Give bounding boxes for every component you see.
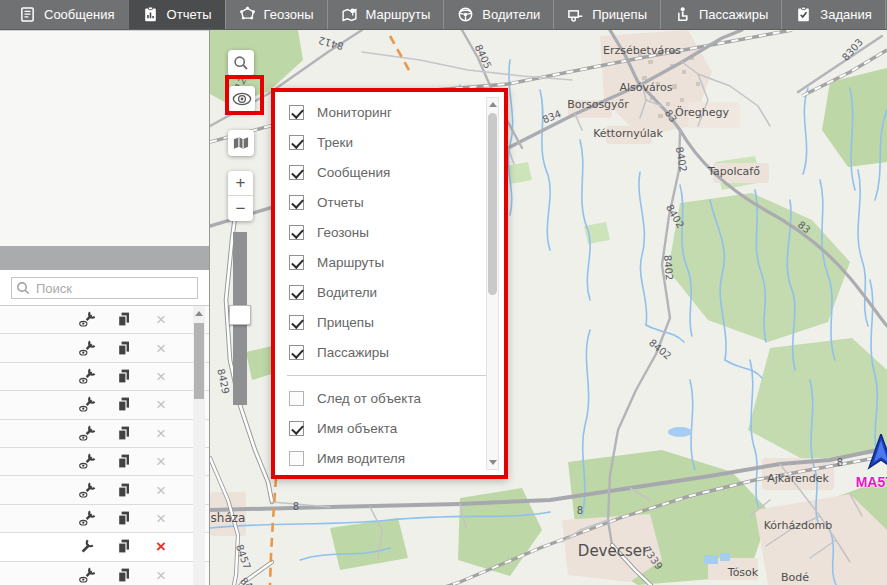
- row-edit-button[interactable]: [77, 480, 97, 500]
- row-edit-button[interactable]: [77, 537, 97, 557]
- scrollbar-thumb[interactable]: [488, 113, 497, 295]
- wrench-eye-icon: [78, 311, 97, 328]
- row-delete-button[interactable]: ×: [151, 366, 171, 386]
- scrollbar-thumb[interactable]: [194, 323, 204, 399]
- list-row[interactable]: ×: [0, 533, 209, 561]
- checkbox-unchecked[interactable]: [289, 451, 304, 466]
- tab-trailers[interactable]: Прицепы: [553, 0, 660, 29]
- zoom-in-button[interactable]: +: [228, 171, 253, 196]
- list-row[interactable]: ×: [0, 420, 209, 448]
- layer-item[interactable]: Треки: [275, 127, 504, 157]
- layer-item[interactable]: Пассажиры: [275, 337, 504, 367]
- list-row[interactable]: ×: [0, 334, 209, 362]
- layer-item[interactable]: Отчеты: [275, 187, 504, 217]
- row-delete-button[interactable]: ×: [151, 423, 171, 443]
- search-input[interactable]: [11, 277, 198, 299]
- row-edit-button[interactable]: [77, 310, 97, 330]
- checkbox-checked[interactable]: [289, 225, 304, 240]
- list-row[interactable]: ×: [0, 363, 209, 391]
- tab-label: Маршруты: [366, 7, 431, 22]
- layer-item[interactable]: [275, 473, 504, 475]
- checkbox-checked[interactable]: [289, 255, 304, 270]
- row-edit-button[interactable]: [77, 565, 97, 585]
- checkbox-checked[interactable]: [289, 315, 304, 330]
- sidebar-scrollbar[interactable]: [193, 306, 205, 585]
- checkbox-checked[interactable]: [289, 105, 304, 120]
- sidebar-divider-band: [0, 246, 209, 270]
- tab-geofences[interactable]: Геозоны: [225, 0, 327, 29]
- tab-drivers[interactable]: Водители: [443, 0, 553, 29]
- checkbox-unchecked[interactable]: [289, 391, 304, 406]
- row-delete-button[interactable]: ×: [151, 565, 171, 585]
- row-delete-button[interactable]: ×: [151, 508, 171, 528]
- checkbox-checked[interactable]: [289, 165, 304, 180]
- layer-item[interactable]: След от объекта: [275, 383, 504, 413]
- row-copy-button[interactable]: [114, 508, 134, 528]
- row-copy-button[interactable]: [114, 338, 134, 358]
- row-copy-button[interactable]: [114, 537, 134, 557]
- zoom-slider-thumb[interactable]: [229, 305, 251, 325]
- map-place-label: Kéttornyúlak: [593, 127, 663, 140]
- tab-label: Пассажиры: [699, 7, 768, 22]
- layer-item[interactable]: Водители: [275, 277, 504, 307]
- row-copy-button[interactable]: [114, 366, 134, 386]
- checkbox-checked[interactable]: [289, 135, 304, 150]
- reports-icon: [142, 6, 159, 23]
- list-row[interactable]: ×: [0, 391, 209, 419]
- checkbox-checked[interactable]: [289, 421, 304, 436]
- list-row[interactable]: ×: [0, 562, 209, 585]
- row-edit-button[interactable]: [77, 338, 97, 358]
- map-visibility-button[interactable]: [229, 86, 255, 112]
- tab-routes[interactable]: Маршруты: [327, 0, 444, 29]
- row-copy-button[interactable]: [114, 565, 134, 585]
- tab-messages[interactable]: Сообщения: [6, 0, 128, 29]
- layer-item[interactable]: Сообщения: [275, 157, 504, 187]
- scroll-up-button[interactable]: [193, 306, 205, 320]
- drivers-icon: [457, 6, 474, 23]
- row-copy-button[interactable]: [114, 423, 134, 443]
- row-edit-button[interactable]: [77, 423, 97, 443]
- row-delete-button[interactable]: ×: [151, 395, 171, 415]
- row-delete-button[interactable]: ×: [151, 480, 171, 500]
- row-edit-button[interactable]: [77, 395, 97, 415]
- layer-item[interactable]: Прицепы: [275, 307, 504, 337]
- list-row[interactable]: ×: [0, 448, 209, 476]
- copy-icon: [116, 482, 132, 499]
- row-delete-button[interactable]: ×: [151, 452, 171, 472]
- row-delete-button[interactable]: ×: [151, 537, 171, 557]
- zoom-out-button[interactable]: −: [228, 196, 253, 221]
- row-delete-button[interactable]: ×: [151, 338, 171, 358]
- layer-item[interactable]: Геозоны: [275, 217, 504, 247]
- row-edit-button[interactable]: [77, 508, 97, 528]
- tab-passengers[interactable]: Пассажиры: [660, 0, 781, 29]
- layer-item[interactable]: Маршруты: [275, 247, 504, 277]
- tab-jobs[interactable]: Задания: [781, 0, 884, 29]
- row-edit-button[interactable]: [77, 366, 97, 386]
- tab-reports[interactable]: Отчеты: [128, 0, 225, 29]
- row-edit-button[interactable]: [77, 452, 97, 472]
- checkbox-checked[interactable]: [289, 345, 304, 360]
- list-row[interactable]: ×: [0, 476, 209, 504]
- layers-panel-scrollbar[interactable]: [486, 97, 499, 470]
- vehicle-marker-icon[interactable]: [867, 434, 887, 478]
- map-place-label: Alsóváros: [619, 81, 672, 94]
- scroll-up-button[interactable]: [487, 98, 498, 111]
- list-row[interactable]: ×: [0, 306, 209, 334]
- eye-icon: [232, 92, 252, 106]
- map-area[interactable]: 8412412840583483830384028402840284028384…: [210, 30, 887, 585]
- list-row[interactable]: ×: [0, 505, 209, 533]
- row-copy-button[interactable]: [114, 310, 134, 330]
- checkbox-checked[interactable]: [289, 195, 304, 210]
- map-search-button[interactable]: [228, 50, 254, 76]
- layer-item[interactable]: Мониторинг: [275, 97, 504, 127]
- layer-item[interactable]: Имя водителя: [275, 443, 504, 473]
- map-layers-button[interactable]: [228, 130, 254, 156]
- row-copy-button[interactable]: [114, 452, 134, 472]
- layer-item[interactable]: Имя объекта: [275, 413, 504, 443]
- row-copy-button[interactable]: [114, 480, 134, 500]
- map-road-label: 8: [837, 457, 843, 468]
- row-copy-button[interactable]: [114, 395, 134, 415]
- scroll-down-button[interactable]: [487, 456, 498, 469]
- checkbox-checked[interactable]: [289, 285, 304, 300]
- row-delete-button[interactable]: ×: [151, 310, 171, 330]
